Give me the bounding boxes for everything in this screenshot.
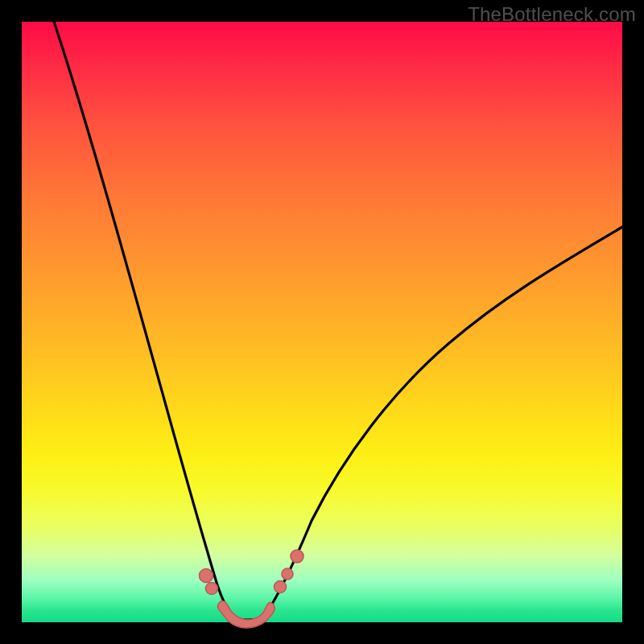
watermark-text: TheBottleneck.com: [468, 3, 636, 26]
marker-dot: [291, 550, 303, 563]
marker-dot: [275, 581, 287, 593]
curve-left-branch: [54, 22, 233, 617]
plot-area: [22, 22, 622, 622]
chart-svg: [22, 22, 622, 622]
marker-group: [200, 550, 304, 628]
marker-dot: [206, 583, 218, 595]
valley-pill: [218, 601, 275, 628]
outer-frame: TheBottleneck.com: [0, 0, 644, 644]
marker-dot: [282, 568, 293, 580]
marker-dot: [200, 569, 213, 583]
curve-right-branch: [263, 227, 622, 617]
